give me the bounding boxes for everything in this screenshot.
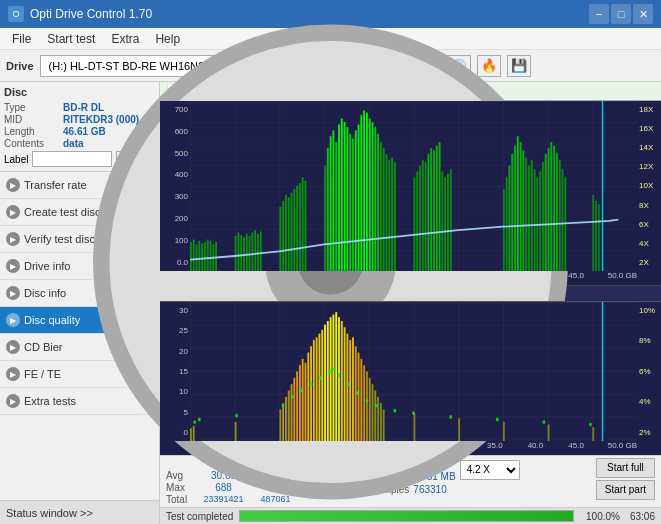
- y-right-8x: 8X: [639, 201, 659, 210]
- svg-rect-37: [327, 148, 329, 271]
- svg-rect-69: [433, 150, 435, 271]
- by-15: 15: [162, 367, 188, 376]
- svg-rect-46: [352, 138, 354, 271]
- svg-point-156: [310, 382, 313, 386]
- svg-rect-85: [528, 165, 530, 271]
- y-label-300: 300: [162, 192, 188, 201]
- svg-rect-64: [419, 165, 421, 271]
- svg-rect-54: [374, 127, 376, 271]
- y-label-600: 600: [162, 127, 188, 136]
- by-30: 30: [162, 306, 188, 315]
- svg-rect-70: [436, 145, 438, 271]
- svg-rect-80: [514, 145, 516, 271]
- svg-rect-91: [545, 154, 547, 271]
- by-right-6: 6%: [639, 367, 659, 376]
- svg-rect-89: [539, 171, 541, 271]
- svg-point-166: [412, 411, 415, 415]
- svg-rect-116: [305, 363, 307, 441]
- svg-rect-71: [439, 142, 441, 271]
- svg-rect-92: [548, 148, 550, 271]
- svg-point-165: [393, 409, 396, 413]
- svg-rect-56: [380, 142, 382, 271]
- svg-rect-83: [522, 150, 524, 271]
- svg-point-159: [333, 367, 336, 371]
- svg-rect-131: [346, 334, 348, 441]
- svg-point-150: [193, 420, 196, 424]
- svg-rect-97: [562, 169, 564, 271]
- svg-rect-124: [327, 321, 329, 441]
- svg-rect-132: [349, 340, 351, 441]
- svg-rect-106: [235, 422, 237, 441]
- svg-rect-138: [366, 371, 368, 441]
- svg-rect-17: [237, 232, 239, 271]
- svg-rect-25: [260, 231, 262, 271]
- y-label-100: 100: [162, 236, 188, 245]
- svg-rect-98: [564, 177, 566, 271]
- top-chart-svg: [190, 101, 637, 271]
- svg-rect-104: [190, 428, 192, 441]
- svg-rect-126: [332, 315, 334, 441]
- svg-rect-20: [246, 233, 248, 271]
- svg-rect-128: [338, 317, 340, 441]
- y-label-500: 500: [162, 149, 188, 158]
- y-right-4x: 4X: [639, 239, 659, 248]
- top-chart: 700 600 500 400 300 200 100 0.0: [160, 101, 661, 271]
- svg-rect-127: [335, 312, 337, 441]
- svg-rect-119: [313, 340, 315, 441]
- svg-rect-51: [366, 112, 368, 271]
- svg-rect-84: [525, 157, 527, 271]
- svg-rect-28: [285, 195, 287, 271]
- svg-rect-146: [458, 418, 460, 441]
- svg-rect-105: [193, 426, 195, 441]
- y-right-18x: 18X: [639, 105, 659, 114]
- y-right-16x: 16X: [639, 124, 659, 133]
- by-0: 0: [162, 428, 188, 437]
- svg-rect-149: [592, 427, 594, 441]
- svg-point-158: [328, 370, 331, 374]
- svg-point-169: [542, 420, 545, 424]
- svg-rect-18: [240, 235, 242, 271]
- svg-point-160: [338, 373, 341, 377]
- svg-rect-62: [414, 177, 416, 271]
- svg-rect-35: [305, 181, 307, 271]
- svg-rect-36: [324, 165, 326, 271]
- bottom-chart-svg: [190, 302, 637, 441]
- svg-rect-112: [293, 378, 295, 441]
- svg-rect-79: [511, 154, 513, 271]
- svg-point-168: [496, 418, 499, 422]
- svg-rect-40: [335, 142, 337, 271]
- svg-rect-72: [441, 171, 443, 271]
- svg-rect-90: [542, 162, 544, 271]
- y-label-200: 200: [162, 214, 188, 223]
- svg-rect-145: [414, 413, 416, 441]
- svg-rect-125: [330, 317, 332, 441]
- by-25: 25: [162, 326, 188, 335]
- svg-rect-10: [201, 243, 203, 271]
- svg-rect-24: [257, 233, 259, 271]
- svg-rect-121: [319, 334, 321, 441]
- svg-rect-48: [358, 124, 360, 271]
- svg-rect-108: [282, 403, 284, 441]
- svg-rect-52: [369, 118, 371, 271]
- main-layout: Disc Type BD-R DL MID RITEKDR3 (000) Len…: [0, 82, 661, 524]
- y-right-2x: 2X: [639, 258, 659, 267]
- by-right-2: 2%: [639, 428, 659, 437]
- svg-rect-11: [204, 242, 206, 271]
- svg-rect-49: [360, 115, 362, 271]
- svg-rect-115: [302, 359, 304, 441]
- svg-rect-75: [450, 169, 452, 271]
- by-10: 10: [162, 387, 188, 396]
- by-5: 5: [162, 408, 188, 417]
- svg-rect-94: [553, 145, 555, 271]
- svg-rect-130: [344, 327, 346, 441]
- svg-rect-42: [341, 118, 343, 271]
- svg-rect-111: [291, 384, 293, 441]
- svg-rect-55: [377, 134, 379, 271]
- svg-rect-41: [338, 124, 340, 271]
- disc-panel: Disc Type BD-R DL MID RITEKDR3 (000) Len…: [0, 82, 159, 172]
- svg-rect-44: [346, 127, 348, 271]
- svg-rect-57: [383, 148, 385, 271]
- y-label-700: 700: [162, 105, 188, 114]
- svg-rect-8: [196, 244, 198, 271]
- svg-point-152: [235, 414, 238, 418]
